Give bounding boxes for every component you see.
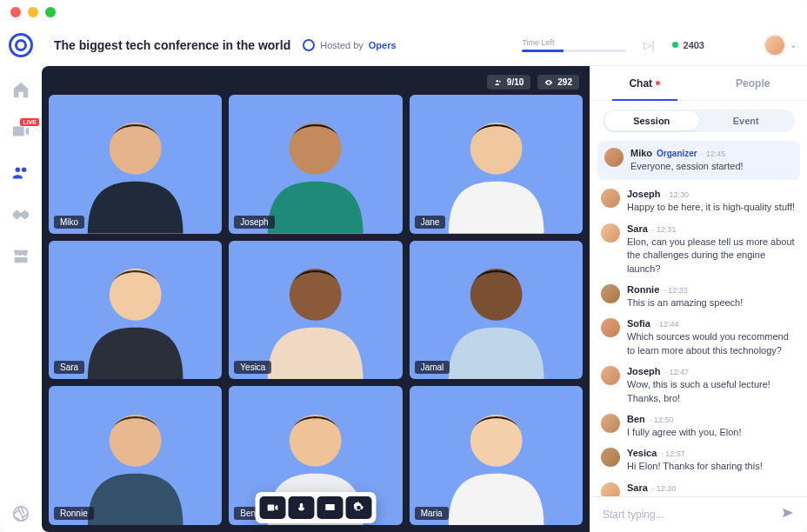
mic-icon xyxy=(296,502,308,514)
message-text: Elon, can you please tell us more about … xyxy=(627,236,797,276)
tab-chat[interactable]: Chat xyxy=(590,66,699,100)
participant-name-tag: Joseph xyxy=(234,216,274,229)
chat-input[interactable] xyxy=(603,509,772,521)
close-window-dot[interactable] xyxy=(10,7,21,17)
total-viewers: 2403 xyxy=(672,40,704,50)
message-time: · 12:31 xyxy=(652,225,677,234)
participant-video xyxy=(49,241,222,380)
message-author: Ben xyxy=(627,414,645,424)
watch-count: 292 xyxy=(557,77,572,87)
host-icon xyxy=(303,39,315,51)
message-time: · 12:47 xyxy=(665,368,690,376)
message-time: · 12:30 xyxy=(652,484,677,493)
stage-settings-button[interactable] xyxy=(346,496,372,519)
host-name-link[interactable]: Opers xyxy=(369,40,397,50)
user-avatar xyxy=(764,34,786,57)
video-tile[interactable]: Miko xyxy=(49,95,222,234)
message-avatar xyxy=(601,284,620,303)
participant-video xyxy=(49,386,222,525)
video-tile[interactable]: Joseph xyxy=(229,95,402,234)
send-button[interactable] xyxy=(781,506,795,523)
gear-icon xyxy=(353,502,365,514)
nav-settings-aperture[interactable] xyxy=(11,504,30,523)
tab-people-label: People xyxy=(736,77,770,90)
message-text: Hi Elon! Thanks for sharing this! xyxy=(627,460,797,473)
chat-messages[interactable]: Miko Organizer · 12:45 Everyone, session… xyxy=(590,141,807,496)
nav-handshake[interactable] xyxy=(11,205,30,224)
video-tile[interactable]: Jamal xyxy=(410,241,583,380)
message-time: · 12:44 xyxy=(655,320,679,329)
viewer-count: 2403 xyxy=(684,40,704,50)
message-time: · 12:33 xyxy=(664,286,688,295)
participant-count-pill: 9/10 xyxy=(487,75,530,90)
unread-dot-icon xyxy=(656,81,660,85)
skip-forward-button[interactable]: ▷| xyxy=(638,39,659,51)
hosted-by: Hosted by Opers xyxy=(303,39,396,51)
handshake-icon xyxy=(11,205,30,224)
minimize-window-dot[interactable] xyxy=(28,7,38,17)
participant-name-tag: Maria xyxy=(415,507,449,520)
participant-video xyxy=(410,241,583,380)
message-time: · 12:30 xyxy=(665,190,690,199)
video-stage: 9/10 292 Miko xyxy=(42,66,590,532)
toggle-mic-button[interactable] xyxy=(289,496,315,519)
tab-people[interactable]: People xyxy=(699,66,808,100)
participant-video xyxy=(410,386,583,525)
nav-community[interactable] xyxy=(11,163,30,183)
video-tile[interactable]: Ronnie xyxy=(49,386,222,525)
video-tile[interactable]: Sara xyxy=(49,241,222,380)
maximize-window-dot[interactable] xyxy=(45,7,56,17)
participant-name-tag: Miko xyxy=(54,216,84,229)
message-avatar xyxy=(601,189,620,208)
message-text: This is an amazing speech! xyxy=(627,296,797,309)
video-tile[interactable]: Jane xyxy=(410,95,583,234)
live-badge: LIVE xyxy=(20,118,39,126)
nav-live[interactable]: LIVE xyxy=(11,122,30,141)
participant-count: 9/10 xyxy=(507,77,524,87)
participant-name-tag: Jane xyxy=(415,216,446,229)
message-time: · 12:50 xyxy=(650,416,674,424)
message-avatar xyxy=(601,366,620,385)
participant-video xyxy=(229,241,402,380)
message-time: · 12:57 xyxy=(661,449,685,458)
stage-controls xyxy=(256,492,377,523)
nav-home[interactable] xyxy=(11,80,30,99)
send-icon xyxy=(781,506,795,520)
message-author: Joseph xyxy=(627,189,661,199)
chat-message: Joseph · 12:47 Wow, this is such a usefu… xyxy=(601,366,797,405)
author-role-badge: Organizer xyxy=(657,149,697,158)
user-menu[interactable]: ⌄ xyxy=(764,34,797,57)
subtab-event[interactable]: Event xyxy=(699,111,794,130)
time-left: Time Left xyxy=(522,38,626,52)
chat-subtabs: Session Event xyxy=(603,110,795,132)
aperture-icon xyxy=(11,504,30,523)
window-titlebar xyxy=(0,0,807,24)
nav-store[interactable] xyxy=(11,247,30,266)
app-logo xyxy=(9,33,33,57)
share-screen-button[interactable] xyxy=(317,496,343,519)
chat-message: Sofia · 12:44 Which sources would you re… xyxy=(601,318,797,357)
message-avatar xyxy=(601,448,620,467)
chat-message: Miko Organizer · 12:45 Everyone, session… xyxy=(597,141,800,180)
message-text: Which sources would you recommend to lea… xyxy=(627,330,797,357)
live-dot-icon xyxy=(672,42,678,48)
chat-composer xyxy=(590,496,807,532)
screen-icon xyxy=(324,502,337,514)
video-tile[interactable]: Maria xyxy=(410,386,583,525)
chevron-down-icon: ⌄ xyxy=(790,40,797,50)
message-author: Sofia xyxy=(627,318,650,329)
chat-message: Ronnie · 12:33 This is an amazing speech… xyxy=(601,284,797,309)
video-tile[interactable]: Yesica xyxy=(229,241,402,380)
eye-icon xyxy=(544,78,553,87)
message-author: Miko xyxy=(630,148,652,158)
toggle-camera-button[interactable] xyxy=(260,496,286,519)
subtab-session[interactable]: Session xyxy=(604,111,699,130)
home-icon xyxy=(11,80,30,99)
message-text: I fully agree with you, Elon! xyxy=(627,426,797,439)
chat-message: Ben · 12:50 I fully agree with you, Elon… xyxy=(601,414,797,439)
store-icon xyxy=(11,247,30,266)
svg-point-2 xyxy=(499,80,501,82)
participant-video xyxy=(49,95,222,234)
header-bar: The biggest tech conference in the world… xyxy=(42,24,807,66)
message-text: Everyone, session started! xyxy=(630,160,793,173)
